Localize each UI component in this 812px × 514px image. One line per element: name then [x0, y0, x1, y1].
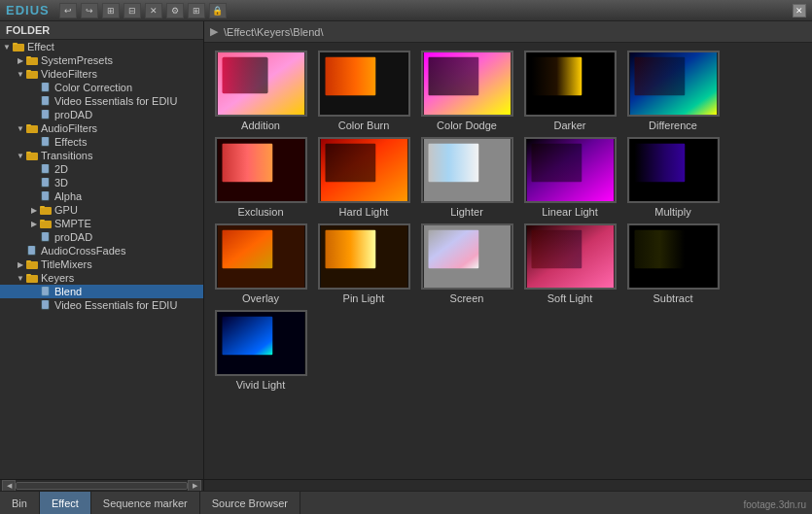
- tree-arrow: [29, 96, 39, 106]
- effect-item-subtract[interactable]: Subtract: [624, 223, 722, 304]
- effect-item-vividlight[interactable]: Vivid Light: [212, 310, 309, 391]
- effect-label-multiply: Multiply: [654, 206, 690, 218]
- effect-label-addition: Addition: [241, 120, 280, 131]
- tree-arrow: ▶: [16, 55, 25, 65]
- effect-item-pinlight[interactable]: Pin Light: [315, 223, 412, 304]
- sidebar-item-gpu[interactable]: ▶GPU: [0, 203, 203, 217]
- titlebar: EDIUS ↩ ↪ ⊞ ⊟ ✕ ⚙ ⊞ 🔒 ✕: [0, 0, 812, 21]
- sidebar-item-effect[interactable]: ▼Effect: [0, 40, 203, 53]
- effect-thumbnail-subtract: [627, 223, 720, 290]
- sidebar-item-keyers[interactable]: ▼Keyers: [0, 271, 203, 285]
- tree-item-label: proDAD: [54, 231, 92, 243]
- file-icon: [39, 299, 53, 311]
- tree-arrow: ▼: [16, 151, 25, 160]
- sidebar-item-effects[interactable]: Effects: [0, 135, 203, 149]
- sidebar-item-transitions[interactable]: ▼Transitions: [0, 149, 203, 162]
- svg-rect-12: [26, 125, 38, 133]
- sidebar-item-3d[interactable]: 3D: [0, 176, 203, 189]
- file-icon: [39, 136, 53, 148]
- file-icon: [39, 163, 53, 175]
- toolbar-btn-3[interactable]: ⊞: [102, 3, 120, 18]
- sidebar-item-titlemixers[interactable]: ▶TitleMixers: [0, 257, 203, 271]
- sidebar-item-2d[interactable]: 2D: [0, 162, 203, 176]
- svg-rect-49: [634, 57, 685, 96]
- sidebar-item-colorcorrection[interactable]: Color Correction: [0, 81, 203, 94]
- tree-arrow: ▶: [29, 219, 39, 228]
- tab-effect[interactable]: Effect: [40, 492, 91, 514]
- toolbar-btn-7[interactable]: ⊞: [188, 3, 205, 18]
- toolbar-btn-2[interactable]: ↪: [81, 3, 98, 18]
- svg-rect-67: [531, 230, 582, 269]
- svg-rect-17: [26, 152, 31, 154]
- folder-icon: [25, 258, 39, 270]
- effect-thumbnail-exclusion: [215, 137, 307, 203]
- sidebar-item-alpha[interactable]: Alpha: [0, 189, 203, 203]
- tab-sequence-marker[interactable]: Sequence marker: [91, 492, 200, 514]
- effect-item-multiply[interactable]: Multiply: [624, 137, 722, 218]
- svg-rect-3: [26, 56, 31, 58]
- svg-rect-5: [26, 70, 31, 72]
- effect-item-hardlight[interactable]: Hard Light: [315, 137, 412, 218]
- effect-item-darker[interactable]: Darker: [521, 51, 618, 131]
- toolbar-btn-6[interactable]: ⚙: [166, 3, 184, 18]
- path-text: \Effect\Keyers\Blend\: [224, 26, 324, 38]
- close-button[interactable]: ✕: [793, 4, 806, 17]
- effect-label-linearlight: Linear Light: [542, 206, 598, 218]
- svg-rect-34: [26, 275, 38, 283]
- effect-thumbnail-darker: [524, 51, 617, 117]
- sidebar-scrollbar[interactable]: [16, 482, 188, 490]
- effect-item-screen[interactable]: Screen: [418, 223, 515, 304]
- effect-thumbnail-softlight: [524, 223, 617, 290]
- svg-rect-33: [26, 260, 31, 262]
- folder-icon: [39, 204, 53, 216]
- tab-bin[interactable]: Bin: [0, 492, 40, 514]
- svg-rect-45: [428, 57, 478, 96]
- svg-rect-24: [40, 207, 52, 215]
- sidebar-item-videoessentials[interactable]: Video Essentials for EDIU: [0, 94, 203, 108]
- effect-label-colorburn: Color Burn: [338, 120, 390, 131]
- effect-item-lighter[interactable]: Lighter: [418, 137, 515, 218]
- tree-arrow: [29, 83, 39, 92]
- effect-item-softlight[interactable]: Soft Light: [521, 223, 618, 304]
- scroll-left-btn[interactable]: ◀: [2, 480, 16, 492]
- effect-item-difference[interactable]: Difference: [624, 51, 722, 131]
- svg-rect-16: [26, 153, 38, 160]
- sidebar-item-videofilters[interactable]: ▼VideoFilters: [0, 67, 203, 81]
- effect-item-exclusion[interactable]: Exclusion: [212, 137, 309, 218]
- toolbar-btn-1[interactable]: ↩: [59, 3, 77, 18]
- tab-source-browser[interactable]: Source Browser: [200, 492, 300, 514]
- svg-rect-0: [13, 44, 24, 51]
- effect-label-pinlight: Pin Light: [343, 292, 385, 304]
- effect-thumbnail-hardlight: [318, 137, 410, 203]
- sidebar-item-blend[interactable]: Blend: [0, 285, 203, 298]
- sidebar-item-prodad[interactable]: proDAD: [0, 108, 203, 121]
- svg-rect-28: [42, 232, 49, 241]
- folder-icon: [39, 218, 53, 229]
- file-icon: [39, 109, 53, 120]
- tree-arrow: [29, 178, 39, 188]
- effect-label-difference: Difference: [649, 120, 697, 131]
- toolbar-btn-8[interactable]: 🔒: [209, 3, 227, 18]
- effect-item-addition[interactable]: Addition: [212, 51, 309, 131]
- effect-item-linearlight[interactable]: Linear Light: [521, 137, 618, 218]
- sidebar-item-videoessentials2[interactable]: Video Essentials for EDIU: [0, 298, 203, 312]
- effect-item-overlay[interactable]: Overlay: [212, 223, 309, 304]
- effects-grid: Addition Color Burn Color Dodge Darker D…: [204, 43, 812, 479]
- tree-item-label: Effect: [27, 41, 54, 52]
- sidebar-item-systempresets[interactable]: ▶SystemPresets: [0, 53, 203, 67]
- sidebar-item-smpte[interactable]: ▶SMPTE: [0, 217, 203, 230]
- effect-item-colordodge[interactable]: Color Dodge: [418, 51, 515, 131]
- sidebar-item-audiofilters[interactable]: ▼AudioFilters: [0, 121, 203, 135]
- toolbar-btn-4[interactable]: ⊟: [124, 3, 141, 18]
- sidebar-item-prodad2[interactable]: proDAD: [0, 230, 203, 244]
- file-icon: [39, 95, 53, 107]
- svg-rect-20: [42, 178, 49, 187]
- scroll-right-btn[interactable]: ▶: [188, 480, 201, 492]
- sidebar-item-audiocrossfades[interactable]: AudioCrossFades: [0, 244, 203, 257]
- effect-label-overlay: Overlay: [242, 292, 279, 304]
- tree-item-label: AudioFilters: [41, 122, 97, 134]
- file-icon: [39, 286, 53, 297]
- svg-rect-8: [42, 96, 49, 105]
- toolbar-btn-5[interactable]: ✕: [145, 3, 162, 18]
- effect-item-colorburn[interactable]: Color Burn: [315, 51, 412, 131]
